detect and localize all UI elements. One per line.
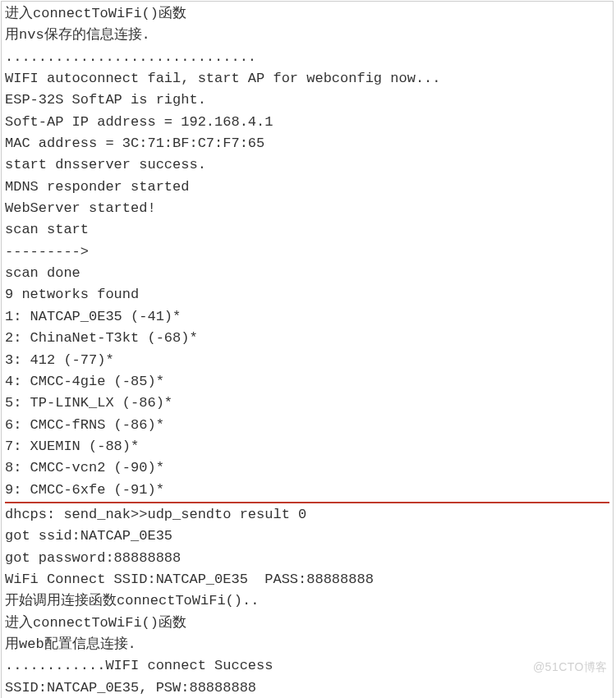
log-line: 开始调用连接函数connectToWiFi()..: [5, 590, 609, 612]
log-line: MDNS responder started: [5, 177, 609, 198]
log-line: 5: TP-LINK_LX (-86)*: [5, 393, 609, 414]
log-line: WebServer started!: [5, 198, 609, 219]
log-line: ............WIFI connect Success: [5, 655, 609, 677]
log-line: 7: XUEMIN (-88)*: [5, 436, 609, 457]
log-block-bottom: dhcps: send_nak>>udp_sendto result 0 got…: [5, 504, 609, 698]
log-line: 用nvs保存的信息连接.: [5, 25, 609, 46]
log-line: WiFi Connect SSID:NATCAP_0E35 PASS:88888…: [5, 569, 609, 590]
log-line: ESP-32S SoftAP is right.: [5, 90, 609, 111]
log-line: 用web配置信息连接.: [5, 634, 609, 655]
log-line: 9: CMCC-6xfe (-91)*: [5, 480, 609, 501]
log-line: WIFI autoconnect fail, start AP for webc…: [5, 68, 609, 90]
log-line: got password:88888888: [5, 548, 609, 569]
log-line: 6: CMCC-fRNS (-86)*: [5, 415, 609, 436]
log-line: 进入connectToWiFi()函数: [5, 613, 609, 634]
log-line: got ssid:NATCAP_0E35: [5, 526, 609, 547]
log-line: --------->: [5, 241, 609, 263]
log-line: start dnsserver success.: [5, 154, 609, 176]
log-line: 2: ChinaNet-T3kt (-68)*: [5, 328, 609, 349]
log-line: 9 networks found: [5, 284, 609, 305]
log-line: 进入connectToWiFi()函数: [5, 3, 609, 25]
log-line: scan done: [5, 263, 609, 284]
log-line: 8: CMCC-vcn2 (-90)*: [5, 457, 609, 479]
log-line: SSID:NATCAP_0E35, PSW:88888888: [5, 677, 609, 698]
log-line: 3: 412 (-77)*: [5, 350, 609, 371]
section-divider: [5, 502, 609, 503]
log-line: ..............................: [5, 47, 609, 68]
log-block-top: 进入connectToWiFi()函数 用nvs保存的信息连接. .......…: [5, 3, 609, 501]
log-line: scan start: [5, 219, 609, 241]
log-line: dhcps: send_nak>>udp_sendto result 0: [5, 504, 609, 526]
log-line: 1: NATCAP_0E35 (-41)*: [5, 306, 609, 328]
log-line: 4: CMCC-4gie (-85)*: [5, 371, 609, 393]
log-line: Soft-AP IP address = 192.168.4.1: [5, 112, 609, 133]
log-line: MAC address = 3C:71:BF:C7:F7:65: [5, 133, 609, 154]
terminal-output: 进入connectToWiFi()函数 用nvs保存的信息连接. .......…: [1, 1, 614, 698]
